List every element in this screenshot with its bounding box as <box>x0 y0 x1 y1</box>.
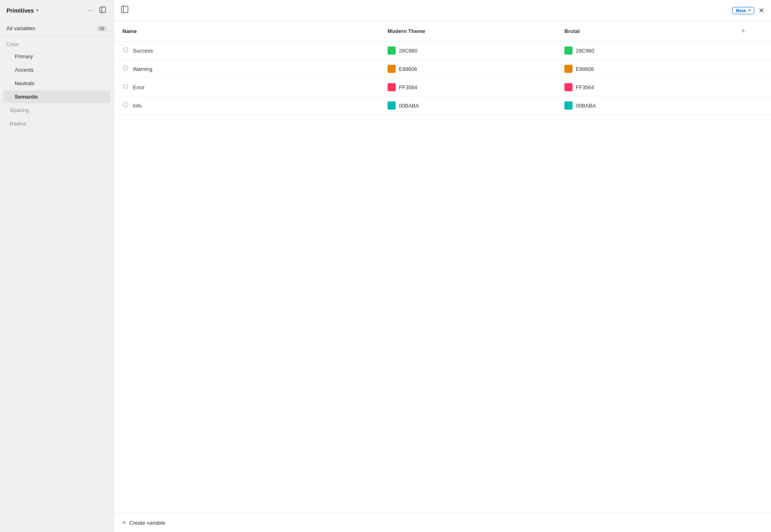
main-panel: Beta ↗ ✕ Name Modern Theme Brutal + <box>114 0 771 532</box>
palette-icon <box>122 65 129 73</box>
svg-point-13 <box>125 68 126 69</box>
svg-point-7 <box>125 50 126 51</box>
ellipsis-icon: ··· <box>87 7 93 14</box>
palette-icon <box>122 46 129 55</box>
name-cell: Success <box>122 46 371 55</box>
brutal-swatch <box>564 83 573 91</box>
palette-icon <box>122 101 129 110</box>
modern-theme-value: FF3564 <box>388 83 548 91</box>
svg-point-5 <box>124 48 125 49</box>
table-row[interactable]: Success 28C960 28C960 <box>114 42 771 60</box>
sidebar-title: Primitives <box>7 7 34 14</box>
svg-point-18 <box>126 85 127 86</box>
modern-theme-value: 00BABA <box>388 101 548 110</box>
palette-icon <box>122 83 129 91</box>
sidebar-header: Primitives ▾ ··· <box>0 0 114 21</box>
table-row[interactable]: Info 00BABA 00BABA <box>114 97 771 115</box>
modern-theme-hex: FF3564 <box>399 84 417 90</box>
sidebar-header-icons: ··· <box>86 5 107 16</box>
svg-point-16 <box>123 84 128 89</box>
modern-theme-hex: E88606 <box>399 66 417 72</box>
col-header-modern-theme: Modern Theme <box>379 21 556 42</box>
sidebar-item-semantic[interactable]: Semantic <box>3 90 110 103</box>
table-row[interactable]: Error FF3564 FF3564 <box>114 78 771 97</box>
sidebar: Primitives ▾ ··· All variables 58 Color … <box>0 0 114 532</box>
svg-point-23 <box>124 103 125 104</box>
name-cell: Info <box>122 101 371 110</box>
modern-theme-swatch <box>388 83 396 91</box>
svg-point-22 <box>123 102 128 107</box>
svg-point-21 <box>126 87 127 88</box>
col-header-add[interactable]: + <box>733 21 771 42</box>
table-row[interactable]: Warning E88606 E88606 <box>114 60 771 78</box>
sidebar-item-radius[interactable]: Radius <box>3 117 110 130</box>
close-button[interactable]: ✕ <box>758 6 764 15</box>
svg-point-24 <box>126 103 127 104</box>
svg-point-20 <box>124 87 125 88</box>
brutal-value: 28C960 <box>564 46 725 55</box>
create-variable-label: Create variable <box>129 520 165 526</box>
create-variable-plus-icon: + <box>122 519 126 526</box>
table-container: Name Modern Theme Brutal + <box>114 21 771 513</box>
modern-theme-swatch <box>388 101 396 110</box>
modern-theme-swatch <box>388 46 396 55</box>
svg-point-27 <box>126 105 127 106</box>
svg-rect-0 <box>100 7 106 13</box>
brutal-hex: FF3564 <box>576 84 594 90</box>
brutal-swatch <box>564 101 573 110</box>
sidebar-title-row: Primitives ▾ <box>7 7 39 14</box>
svg-point-15 <box>126 68 127 69</box>
row-name: Error <box>133 84 145 90</box>
panel-toggle-button[interactable] <box>98 5 107 16</box>
chevron-down-icon: ▾ <box>36 8 39 13</box>
beta-badge[interactable]: Beta ↗ <box>732 7 754 14</box>
add-column-button[interactable]: + <box>741 27 746 35</box>
row-name: Warning <box>133 66 152 72</box>
svg-rect-2 <box>121 6 128 13</box>
modern-theme-hex: 00BABA <box>399 103 419 109</box>
svg-point-19 <box>125 87 126 88</box>
svg-point-26 <box>124 105 125 106</box>
svg-point-12 <box>126 67 127 68</box>
svg-point-9 <box>126 50 127 51</box>
all-variables-count: 58 <box>97 26 107 31</box>
name-cell: Error <box>122 83 371 91</box>
all-variables-row[interactable]: All variables 58 <box>0 21 114 36</box>
svg-point-4 <box>123 47 128 52</box>
svg-point-8 <box>124 50 125 51</box>
sidebar-item-primary[interactable]: Primary <box>3 50 110 63</box>
main-header: Beta ↗ ✕ <box>114 0 771 21</box>
header-right: Beta ↗ ✕ <box>732 6 764 15</box>
svg-point-11 <box>124 67 125 68</box>
svg-point-17 <box>124 85 125 86</box>
header-left <box>121 5 129 15</box>
row-name: Info <box>133 103 142 109</box>
col-header-name: Name <box>114 21 379 42</box>
all-variables-label: All variables <box>7 25 35 31</box>
sidebar-item-accents[interactable]: Accents <box>3 64 110 76</box>
external-link-icon: ↗ <box>747 8 751 13</box>
sidebar-item-neutrals[interactable]: Neutrals <box>3 77 110 90</box>
modern-theme-value: E88606 <box>388 65 548 73</box>
more-options-button[interactable]: ··· <box>86 6 93 15</box>
modern-theme-hex: 28C960 <box>399 48 418 54</box>
panel-icon <box>99 6 106 15</box>
brutal-hex: 00BABA <box>576 103 596 109</box>
brutal-swatch <box>564 65 573 73</box>
svg-point-14 <box>124 68 125 69</box>
row-name: Success <box>133 48 153 54</box>
layout-icon[interactable] <box>121 5 129 15</box>
sidebar-item-spacing[interactable]: Spacing <box>3 104 110 117</box>
modern-theme-swatch <box>388 65 396 73</box>
brutal-hex: E88606 <box>576 66 594 72</box>
brutal-value: 00BABA <box>564 101 725 110</box>
svg-point-25 <box>125 105 126 106</box>
brutal-hex: 28C960 <box>576 48 595 54</box>
color-section-label: Color <box>0 36 114 50</box>
modern-theme-value: 28C960 <box>388 46 548 55</box>
svg-point-6 <box>126 48 127 49</box>
beta-label: Beta <box>736 8 746 13</box>
create-variable-footer[interactable]: + Create variable <box>114 513 771 532</box>
brutal-value: FF3564 <box>564 83 725 91</box>
brutal-swatch <box>564 46 573 55</box>
